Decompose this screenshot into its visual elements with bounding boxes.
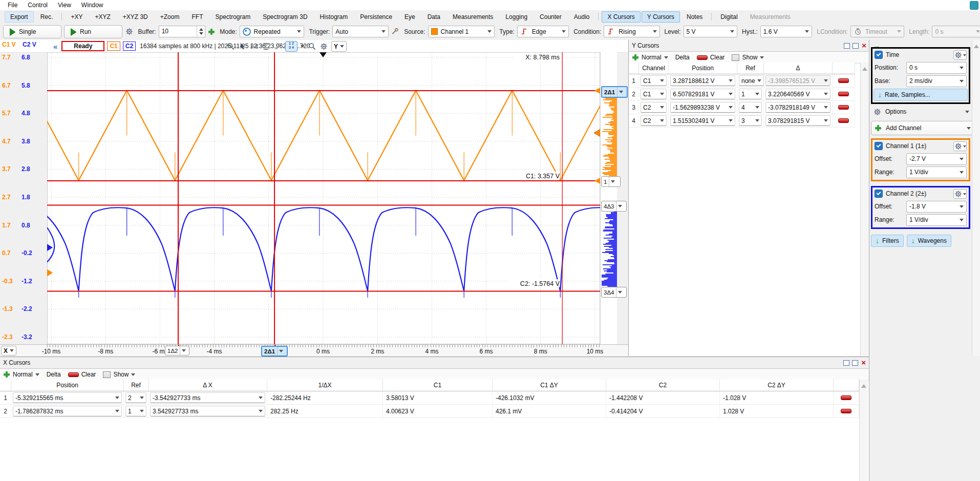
x-ref-select[interactable]: 1 — [124, 405, 148, 418]
magnifier-icon[interactable] — [308, 42, 316, 51]
dock-corner-icon[interactable] — [970, 1, 978, 10]
y-delta-select[interactable]: 3.078291815 V — [764, 114, 833, 128]
clear-cursors-button[interactable]: Clear — [68, 371, 96, 378]
show-menu-button[interactable]: Show — [103, 371, 135, 378]
tab-eye[interactable]: Eye — [399, 11, 421, 23]
filters-button[interactable]: ↓Filters — [871, 235, 904, 247]
channel2-gear-button[interactable] — [953, 189, 967, 199]
x-cursor-button-1d2[interactable]: 1Δ2 — [165, 346, 189, 355]
channel2-checkbox[interactable] — [875, 190, 883, 198]
y-remove-button[interactable] — [833, 88, 855, 101]
y-position-select[interactable]: 6.507829181 V — [669, 88, 737, 101]
x-remove-button[interactable] — [834, 405, 859, 418]
add-delta-cursor-button[interactable]: Delta — [47, 371, 61, 378]
scroll-up-icon[interactable] — [862, 65, 867, 71]
tab-digital[interactable]: Digital — [715, 11, 743, 23]
y-cursor-button-1[interactable]: 1 — [601, 176, 621, 187]
x-position-select[interactable]: -5.329215565 ms — [11, 391, 124, 405]
channel1-gear-button[interactable] — [953, 141, 967, 151]
rate-samples-button[interactable]: ↓Rate, Samples... — [874, 89, 968, 101]
x-axis-menu-button[interactable]: X — [1, 346, 16, 355]
run-button[interactable]: Run — [64, 25, 122, 38]
tab-notes[interactable]: Notes — [681, 11, 708, 23]
time-gear-button[interactable] — [953, 50, 967, 60]
y-axis-menu-button[interactable]: Y — [331, 41, 347, 52]
trigger-select[interactable]: Auto — [332, 26, 388, 37]
back-arrow-icon[interactable]: « — [53, 42, 57, 51]
options-menu[interactable]: Options — [871, 106, 971, 118]
menu-item-control[interactable]: Control — [23, 1, 52, 10]
source-select[interactable]: Channel 1 — [428, 26, 495, 37]
pointer-icon[interactable] — [238, 42, 247, 51]
maximize-icon[interactable] — [853, 43, 859, 49]
x-ref-select[interactable]: 2 — [124, 391, 148, 405]
tab-persistence[interactable]: Persistence — [354, 11, 398, 23]
menu-item-window[interactable]: Window — [77, 1, 108, 10]
undock-icon[interactable] — [843, 360, 849, 366]
add-normal-cursor-button[interactable]: Normal — [3, 371, 39, 378]
tab-export[interactable]: Export — [5, 11, 34, 23]
x-position-select[interactable]: -1.786287832 ms — [11, 405, 124, 418]
y-ref-select[interactable]: 4 — [737, 101, 764, 114]
tab-histogram[interactable]: Histogram — [314, 11, 354, 23]
condition-select[interactable]: Rising — [604, 26, 659, 37]
steps-icon[interactable] — [273, 42, 282, 51]
tab-fft[interactable]: FFT — [186, 11, 208, 23]
lcondition-select[interactable]: Timeout — [850, 26, 904, 37]
y-cursor-button-4d3[interactable]: 4Δ3 — [601, 201, 627, 212]
close-icon[interactable]: × — [861, 360, 866, 365]
add-mode-icon[interactable] — [208, 28, 215, 35]
tab-audio[interactable]: Audio — [568, 11, 595, 23]
y-ref-select[interactable]: 3 — [737, 114, 764, 128]
x-remove-button[interactable] — [834, 391, 859, 405]
undock-icon[interactable] — [844, 43, 850, 49]
scroll-up-icon[interactable] — [861, 382, 866, 388]
channel2-badge[interactable]: C2 — [123, 41, 136, 51]
add-channel-button[interactable]: Add Channel — [871, 121, 974, 135]
y-channel-select[interactable]: C2 — [639, 101, 669, 114]
tab-data[interactable]: Data — [422, 11, 446, 23]
add-delta-cursor-button[interactable]: Delta — [675, 54, 690, 61]
tab--xyz[interactable]: +XYZ — [89, 11, 116, 23]
y-channel-select[interactable]: C2 — [639, 114, 669, 128]
menu-item-view[interactable]: View — [53, 1, 76, 10]
tab-rec-[interactable]: Rec. — [35, 11, 59, 23]
channel1-range-select[interactable]: 1 V/div — [906, 166, 967, 178]
tab--xyz-3d[interactable]: +XYZ 3D — [117, 11, 154, 23]
channel1-offset-select[interactable]: -2.7 V — [906, 153, 967, 165]
tab-spectrogram-3d[interactable]: Spectrogram 3D — [257, 11, 313, 23]
y-remove-button[interactable] — [833, 74, 855, 88]
layout-caret-icon[interactable] — [301, 45, 305, 50]
wavegens-button[interactable]: ↓Wavegens — [907, 235, 951, 247]
tab--xy[interactable]: +XY — [65, 11, 88, 23]
tab-x-cursors[interactable]: X Cursors — [602, 11, 640, 23]
y-position-select[interactable]: 1.515302491 V — [669, 114, 737, 128]
scroll-up-icon[interactable] — [974, 42, 979, 48]
zoom-region-icon[interactable] — [226, 42, 235, 51]
y-channel-select[interactable]: C1 — [639, 74, 669, 88]
y-remove-button[interactable] — [833, 101, 855, 114]
tab-measurements[interactable]: Measurements — [447, 11, 499, 23]
y-remove-button[interactable] — [833, 114, 855, 128]
tab-spectrogram[interactable]: Spectrogram — [209, 11, 256, 23]
menu-item-file[interactable]: File — [3, 1, 22, 10]
clear-cursors-button[interactable]: Clear — [697, 54, 725, 61]
y-position-select[interactable]: -1.5629893238 V — [669, 101, 737, 114]
buffer-spinner[interactable]: 10 — [159, 26, 206, 37]
grid-layout-button[interactable]: 1 23 4 — [285, 41, 297, 52]
plot-canvas[interactable]: X: 8.798 msC1: 3.357 VC2: -1.5764 V — [47, 52, 600, 344]
y-ref-select[interactable]: 1 — [737, 88, 764, 101]
x-dx-select[interactable]: 3.542927733 ms — [148, 405, 267, 418]
type-select[interactable]: Edge — [517, 26, 569, 37]
time-checkbox[interactable] — [875, 51, 883, 59]
length-select[interactable]: 0 s — [932, 26, 980, 37]
y-channel-select[interactable]: C1 — [639, 88, 669, 101]
y-delta-select[interactable]: -3.0782918149 V — [764, 101, 833, 114]
spin-down-icon[interactable] — [199, 32, 203, 37]
x-dx-select[interactable]: -3.542927733 ms — [148, 391, 267, 405]
close-icon[interactable]: × — [862, 43, 866, 48]
maximize-icon[interactable] — [852, 360, 858, 366]
tab-logging[interactable]: Logging — [500, 11, 533, 23]
show-menu-button[interactable]: Show — [732, 54, 764, 61]
hyst-select[interactable]: 1.6 V — [760, 26, 813, 37]
